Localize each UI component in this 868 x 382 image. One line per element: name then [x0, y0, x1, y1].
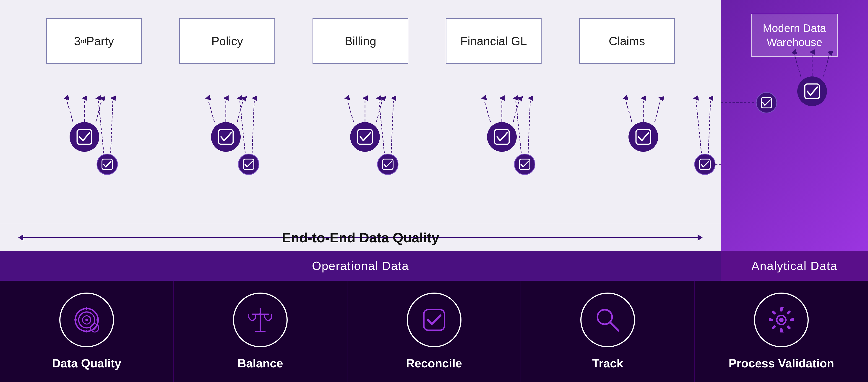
- svg-point-38: [694, 154, 715, 175]
- svg-point-36: [628, 122, 658, 152]
- svg-line-8: [111, 98, 113, 153]
- bottom-item-data-quality: Data Quality: [0, 281, 174, 382]
- sources-arrows-area: [0, 91, 721, 224]
- svg-point-46: [797, 77, 827, 106]
- svg-line-40: [625, 98, 632, 122]
- source-box-financial-gl: Financial GL: [446, 18, 541, 64]
- main-container: 3rd Party Policy Billing Financial GL Cl…: [0, 0, 868, 382]
- svg-point-2: [97, 154, 118, 175]
- e2e-arrow-left: [18, 234, 23, 241]
- svg-rect-85: [772, 310, 776, 315]
- source-box-billing: Billing: [312, 18, 408, 64]
- data-quality-icon-circle: [59, 293, 114, 347]
- svg-line-42: [655, 98, 661, 122]
- svg-line-35: [528, 98, 530, 153]
- svg-rect-80: [790, 319, 794, 321]
- svg-point-87: [779, 318, 784, 322]
- track-icon-circle: [580, 293, 635, 347]
- svg-point-11: [238, 154, 259, 175]
- bottom-section: Data Quality: [0, 281, 868, 382]
- source-box-claims: Claims: [579, 18, 675, 64]
- bottom-item-track: Track: [521, 281, 694, 382]
- source-boxes: 3rd Party Policy Billing Financial GL Cl…: [0, 0, 721, 91]
- balance-label: Balance: [238, 356, 283, 370]
- track-label: Track: [592, 356, 623, 370]
- balance-icon-circle: [233, 293, 288, 347]
- svg-point-18: [350, 122, 380, 152]
- bottom-item-reconcile: Reconcile: [347, 281, 521, 382]
- svg-point-20: [377, 154, 398, 175]
- svg-line-48: [794, 53, 801, 77]
- svg-point-27: [487, 122, 517, 152]
- svg-point-29: [515, 154, 535, 175]
- svg-point-0: [69, 122, 99, 152]
- svg-line-26: [391, 98, 394, 153]
- e2e-label: End-to-End Data Quality: [282, 230, 439, 245]
- reconcile-label: Reconcile: [406, 356, 462, 370]
- e2e-section: End-to-End Data Quality: [0, 224, 721, 251]
- source-box-3rd-party: 3rd Party: [46, 18, 142, 64]
- svg-rect-75: [780, 307, 782, 312]
- reconcile-icon-circle: [407, 293, 462, 347]
- balance-icon: [245, 305, 275, 335]
- data-quality-icon: [72, 305, 101, 335]
- process-validation-icon: [767, 305, 796, 335]
- reconcile-icon: [419, 305, 449, 335]
- svg-line-43: [696, 98, 702, 153]
- bottom-item-balance: Balance: [174, 281, 347, 382]
- svg-rect-79: [786, 310, 791, 315]
- svg-line-44: [708, 98, 711, 153]
- svg-line-13: [208, 98, 214, 122]
- top-right-panel: Modern DataWarehouse: [721, 0, 868, 251]
- svg-line-50: [824, 53, 830, 77]
- svg-rect-82: [780, 328, 782, 332]
- svg-point-9: [211, 122, 241, 152]
- svg-point-52: [756, 92, 777, 113]
- svg-line-4: [66, 98, 73, 122]
- mdw-arrows-svg: [721, 0, 868, 160]
- bottom-item-process-validation: Process Validation: [695, 281, 868, 382]
- svg-line-16: [240, 98, 245, 153]
- svg-line-73: [610, 322, 618, 331]
- svg-rect-71: [424, 310, 444, 330]
- svg-line-22: [347, 98, 353, 122]
- mid-band-left: Operational Data: [0, 251, 721, 281]
- top-left-panel: 3rd Party Policy Billing Financial GL Cl…: [0, 0, 721, 251]
- process-validation-icon-circle: [754, 293, 809, 347]
- analytical-data-label: Analytical Data: [751, 259, 837, 273]
- track-icon: [593, 305, 623, 335]
- mid-band: Operational Data Analytical Data: [0, 251, 868, 281]
- svg-line-25: [379, 98, 384, 153]
- svg-line-34: [516, 98, 521, 153]
- svg-line-31: [484, 98, 491, 122]
- arrows-svg: [0, 91, 721, 205]
- source-box-policy: Policy: [179, 18, 275, 64]
- svg-point-70: [259, 313, 261, 315]
- svg-point-57: [85, 319, 88, 321]
- e2e-arrow-right: [698, 234, 703, 241]
- svg-rect-81: [786, 325, 791, 330]
- svg-line-17: [252, 98, 254, 153]
- svg-rect-84: [769, 319, 773, 321]
- operational-data-label: Operational Data: [312, 259, 409, 273]
- mid-band-right: Analytical Data: [721, 251, 868, 281]
- top-section: 3rd Party Policy Billing Financial GL Cl…: [0, 0, 868, 251]
- svg-line-7: [98, 98, 104, 153]
- data-quality-label: Data Quality: [52, 356, 121, 370]
- svg-rect-83: [772, 325, 776, 330]
- process-validation-label: Process Validation: [728, 356, 834, 370]
